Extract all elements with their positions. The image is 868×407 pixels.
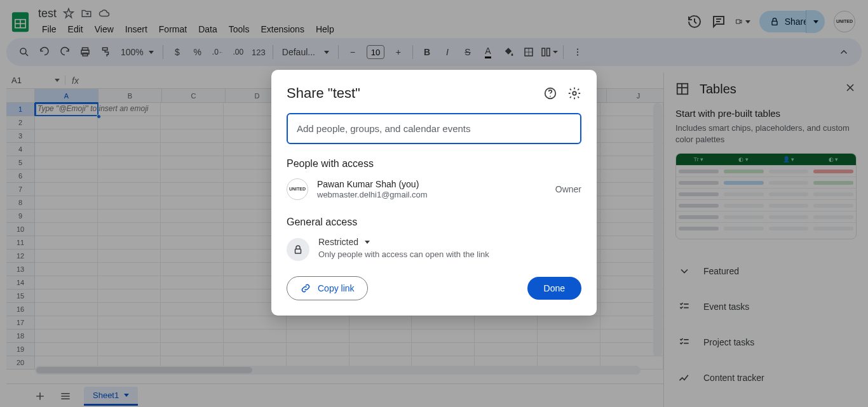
- person-email: webmaster.delhi1@gmail.com: [317, 190, 428, 199]
- lock-icon: [292, 244, 304, 255]
- lock-circle: [287, 238, 309, 261]
- help-icon[interactable]: [543, 86, 557, 100]
- copy-link-button[interactable]: Copy link: [287, 276, 368, 300]
- add-people-input[interactable]: [287, 113, 581, 144]
- section-people-title: People with access: [287, 158, 581, 170]
- section-general-title: General access: [287, 217, 581, 228]
- modal-title: Share "test": [287, 85, 533, 102]
- svg-point-26: [573, 91, 576, 95]
- done-button[interactable]: Done: [527, 277, 581, 300]
- gear-icon[interactable]: [567, 86, 581, 100]
- link-icon: [300, 283, 311, 294]
- access-mode-select[interactable]: Restricted: [318, 237, 489, 247]
- person-role: Owner: [555, 184, 581, 194]
- access-desc: Only people with access can open with th…: [318, 250, 489, 259]
- general-access-row: Restricted Only people with access can o…: [287, 237, 581, 261]
- svg-rect-27: [295, 249, 301, 253]
- person-row: UNITED Pawan Kumar Shah (you) webmaster.…: [287, 178, 581, 200]
- svg-point-25: [550, 96, 551, 97]
- person-name: Pawan Kumar Shah (you): [317, 179, 428, 189]
- person-avatar: UNITED: [287, 178, 308, 200]
- share-modal: Share "test" People with access UNITED P…: [271, 70, 597, 316]
